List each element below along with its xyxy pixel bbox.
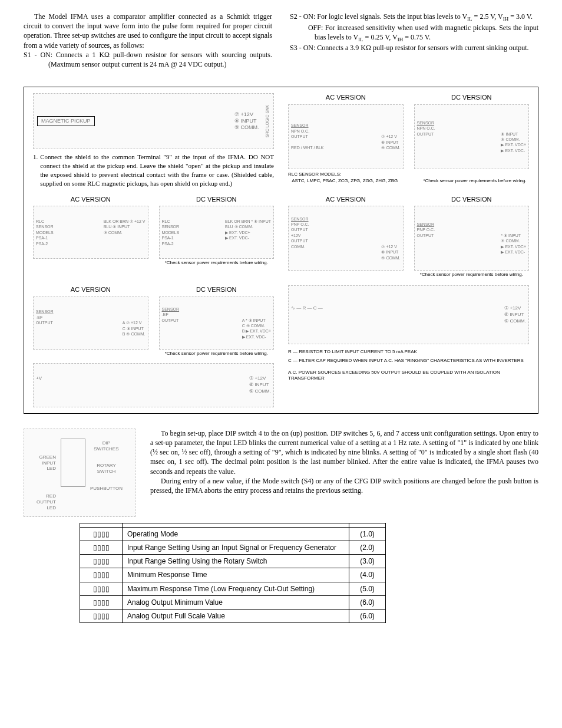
diagram-ef-dc: SENSOR -EF OUTPUT A * ⑧ INPUT C ⑨ COMM. … xyxy=(159,297,275,350)
diagram-pnp-dc: SENSOR PNP O.C. OUTPUT * ⑧ INPUT ⑨ COMM.… xyxy=(414,206,530,271)
row-sec: (6.0) xyxy=(349,609,386,622)
row-desc: Maximum Response Time (Low Frequency Cut… xyxy=(123,582,349,595)
dc-label-psa: DC VERSION xyxy=(159,195,275,204)
dip-icon: ▯▯▯▯ xyxy=(80,541,123,554)
cell-psa: AC VERSION RLC SENSOR MODELS PSA-1 PSA-2… xyxy=(33,195,274,279)
s3-label: S3 - ON: xyxy=(290,44,315,52)
rlc-models-line: RLC SENSOR MODELS: ASTC, LMPC, PSAC, ZCG… xyxy=(288,172,529,185)
diagram-ac-source: ∿ — R — C — ⑦ +12V ⑧ INPUT ⑨ COMM. xyxy=(288,285,529,344)
dip-icon: ▯▯▯▯ xyxy=(80,527,123,541)
row-sec: (3.0) xyxy=(349,555,386,568)
npn-label: NPN O.C. OUTPUT xyxy=(291,129,309,139)
psa-models: RLC SENSOR MODELS PSA-1 PSA-2 xyxy=(36,219,54,246)
dip-icon: ▯▯▯▯ xyxy=(80,582,123,595)
cell-npn-oc: AC VERSION SENSOR NPN O.C. OUTPUT ⑦ +12 … xyxy=(288,93,529,187)
note1-num: 1. xyxy=(33,153,38,187)
table-row: ▯▯▯▯ Operating Mode (1.0) xyxy=(80,527,386,541)
dc-label-ef: DC VERSION xyxy=(159,285,275,294)
ac-label-pnp: AC VERSION xyxy=(288,195,404,204)
ac-power-note: A.C. POWER SOURCES EXCEEDING 50V OUTPUT … xyxy=(288,370,529,382)
plus-v-label: +V xyxy=(36,375,42,381)
row-desc: Analog Output Minimum Value xyxy=(123,595,349,609)
rotary-switch-label: ROTARY SWITCH xyxy=(97,463,116,474)
ac-label-npn: AC VERSION xyxy=(288,93,404,102)
s2-off-line: OFF: For increased sensitivity when used… xyxy=(290,23,538,44)
dip-icon: ▯▯▯▯ xyxy=(80,568,123,582)
pnp-label: PNP O.C. OUTPUT xyxy=(291,222,309,232)
s2-text-a: For logic level signals. Sets the input … xyxy=(317,12,467,21)
s1-line: S1 - ON: Connects a 1 KΩ pull-down resis… xyxy=(24,50,272,69)
diagram-pnp-ac: SENSOR PNP O.C. OUTPUT +12V OUTPUT COMM.… xyxy=(288,206,404,271)
s2-label: S2 - ON: xyxy=(290,12,315,21)
row-sec: (4.0) xyxy=(349,568,386,582)
diagram-psa-ac: RLC SENSOR MODELS PSA-1 PSA-2 BLK OR BRN… xyxy=(33,206,148,259)
s2-text-c: = 3.0 V. xyxy=(508,12,533,21)
dip-switches-label: DIP SWITCHES xyxy=(94,440,118,452)
term7-label: +12V xyxy=(241,111,253,117)
th-desc xyxy=(123,523,349,527)
red-led-label: RED OUTPUT LED xyxy=(37,493,56,510)
table-row: ▯▯▯▯ Maximum Response Time (Low Frequenc… xyxy=(80,582,386,595)
s2-off-text-c: = 0.75 V. xyxy=(403,33,431,41)
dc-label-npn: DC VERSION xyxy=(414,93,530,102)
row-desc: Input Range Setting Using the Rotary Swi… xyxy=(123,555,349,568)
setup-p2: During entry of a new value, if the Mode… xyxy=(150,476,538,495)
table-row: ▯▯▯▯ Analog Output Minimum Value (6.0) xyxy=(80,595,386,609)
s2-on-line: S2 - ON: For logic level signals. Sets t… xyxy=(290,12,538,23)
row-desc: Analog Output Full Scale Value xyxy=(123,609,349,622)
dip-icon: ▯▯▯▯ xyxy=(80,609,123,622)
intro-paragraph: The Model IFMA uses a comparator amplifi… xyxy=(24,12,272,50)
dip-icon: ▯▯▯▯ xyxy=(80,555,123,568)
magnetic-pickup-label: MAGNETIC PICKUP xyxy=(37,116,95,126)
intro-columns: The Model IFMA uses a comparator amplifi… xyxy=(24,12,538,69)
pushbutton-label: PUSHBUTTON xyxy=(90,486,123,491)
cell-magnetic-pickup: MAGNETIC PICKUP ⑦ +12V ⑧ INPUT ⑨ COMM. S… xyxy=(33,93,274,187)
rc-notes: R — RESISTOR TO LIMIT INPUT CURRENT TO 5… xyxy=(288,349,529,382)
diagram-npn-ac: SENSOR NPN O.C. OUTPUT ⑦ +12 V ⑧ INPUT ⑨… xyxy=(288,104,404,169)
dip-icon: ▯▯▯▯ xyxy=(80,595,123,609)
row-desc: Minimum Response Time xyxy=(123,568,349,582)
ac-label-psa: AC VERSION xyxy=(33,195,148,204)
wiring-diagrams-box: MAGNETIC PICKUP ⑦ +12V ⑧ INPUT ⑨ COMM. S… xyxy=(24,87,538,414)
s1-text: Connects a 1 KΩ pull-down resistor for s… xyxy=(48,51,272,68)
diagram-ef-ac: SENSOR -EF OUTPUT A ⑦ +12 V C ⑧ INPUT B … xyxy=(33,297,148,350)
th-dip xyxy=(80,523,123,527)
term9-label: COMM. xyxy=(241,124,259,130)
setup-p1: To begin set-up, place DIP switch 4 to t… xyxy=(150,429,538,476)
diagram-magnetic-pickup: MAGNETIC PICKUP ⑦ +12V ⑧ INPUT ⑨ COMM. S… xyxy=(33,93,274,149)
magnetic-pickup-note: 1. Connect the shield to the common Term… xyxy=(33,153,274,187)
s3-text: Connects a 3.9 KΩ pull-up resistor for s… xyxy=(317,44,528,52)
s2-off-label: OFF: xyxy=(308,24,323,32)
row-desc: Operating Mode xyxy=(123,527,349,541)
diagram-npn-dc: SENSOR NPN O.C. OUTPUT ⑧ INPUT ⑨ COMM. ▶… xyxy=(414,104,530,169)
table-row: ▯▯▯▯ Minimum Response Time (4.0) xyxy=(80,568,386,582)
c-note: C — FILTER CAP REQUIRED WHEN INPUT A.C. … xyxy=(288,358,529,364)
row-desc: Input Range Setting Using an Input Signa… xyxy=(123,541,349,554)
s1-label: S1 - ON: xyxy=(24,51,52,59)
r-note: R — RESISTOR TO LIMIT INPUT CURRENT TO 5… xyxy=(288,349,529,355)
setup-table: ▯▯▯▯ Operating Mode (1.0) ▯▯▯▯ Input Ran… xyxy=(80,523,386,623)
table-row: ▯▯▯▯ Input Range Setting Using an Input … xyxy=(80,541,386,554)
dc-label-pnp: DC VERSION xyxy=(414,195,530,204)
table-row: ▯▯▯▯ Analog Output Full Scale Value (6.0… xyxy=(80,609,386,622)
table-row: ▯▯▯▯ Input Range Setting Using the Rotar… xyxy=(80,555,386,568)
cell-pnp-oc: AC VERSION SENSOR PNP O.C. OUTPUT +12V O… xyxy=(288,195,529,279)
row-sec: (5.0) xyxy=(349,582,386,595)
diagram-psa-dc: RLC SENSOR MODELS PSA-1 PSA-2 BLK OR BRN… xyxy=(159,206,275,259)
green-led-label: GREEN INPUT LED xyxy=(37,454,56,472)
cell-ac-source: ∿ — R — C — ⑦ +12V ⑧ INPUT ⑨ COMM. R — R… xyxy=(288,285,529,407)
row-sec: (1.0) xyxy=(349,527,386,541)
setup-section: GREEN INPUT LED DIP SWITCHES ROTARY SWIT… xyxy=(24,429,538,517)
row-sec: (6.0) xyxy=(349,595,386,609)
s2-text-b: = 2.5 V, V xyxy=(472,12,503,21)
cell-ef-output: AC VERSION SENSOR -EF OUTPUT A ⑦ +12 V C… xyxy=(33,285,274,407)
diagram-module-switches: GREEN INPUT LED DIP SWITCHES ROTARY SWIT… xyxy=(24,429,135,517)
ac-label-ef: AC VERSION xyxy=(33,285,148,294)
term8-label: INPUT xyxy=(241,118,257,124)
diagram-ttl-gate: +V ⑦ +12V ⑧ INPUT ⑨ COMM. xyxy=(33,363,274,407)
s2-off-text-b: = 0.25 V, V xyxy=(363,33,398,41)
row-sec: (2.0) xyxy=(349,541,386,554)
s3-line: S3 - ON: Connects a 3.9 KΩ pull-up resis… xyxy=(290,43,538,52)
th-sec xyxy=(349,523,386,527)
note1-text: Connect the shield to the common Termina… xyxy=(40,153,274,187)
